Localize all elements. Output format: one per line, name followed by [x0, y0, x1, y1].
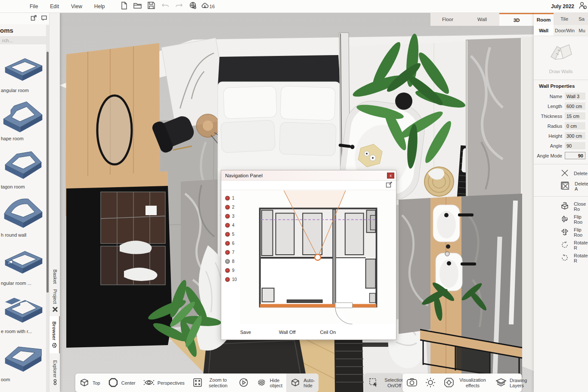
name-input[interactable]: Wall 3: [565, 93, 585, 100]
radio-icon: [225, 250, 230, 255]
brightness-button[interactable]: [421, 373, 439, 392]
field-label: Height: [534, 133, 565, 139]
tab-floor[interactable]: Floor: [430, 13, 465, 26]
angle-mode-select[interactable]: 90: [565, 152, 585, 159]
pin-icon[interactable]: [41, 15, 47, 23]
camera-position-3[interactable]: 3: [221, 212, 240, 221]
zoom-to-selection-button[interactable]: Zoom to selection: [189, 373, 235, 392]
auto-hide-button[interactable]: Auto-hide: [286, 373, 319, 392]
room-shape-icon: [0, 288, 46, 329]
zoom-selection-icon: [192, 377, 203, 389]
camera-position-4[interactable]: 4: [221, 221, 240, 230]
room-shape-last[interactable]: oom: [0, 336, 46, 385]
draw-walls-icon: [548, 42, 574, 66]
snapshot-button[interactable]: [402, 373, 421, 392]
save-button[interactable]: [146, 2, 157, 11]
flip-room-horizontal-button[interactable]: Flip Roo: [534, 226, 588, 239]
length-input[interactable]: 600 cm: [565, 102, 585, 110]
room-shape-clipped[interactable]: [0, 385, 46, 392]
delete-button[interactable]: Delete: [534, 167, 588, 180]
menu-help[interactable]: Help: [88, 3, 111, 9]
animate-view-button[interactable]: [235, 373, 253, 392]
tab-sanitary[interactable]: Sa: [575, 13, 588, 25]
flip-room-vertical-button[interactable]: Flip Roo: [534, 213, 588, 226]
perspectives-button[interactable]: Perspectives: [139, 373, 189, 392]
rotate-room-cw-button[interactable]: Rotate R: [534, 239, 588, 252]
tab-multi[interactable]: Mu: [576, 25, 588, 36]
user-button[interactable]: [579, 2, 588, 11]
rotate-room-ccw-button[interactable]: Rotate R: [534, 252, 588, 265]
field-thickness: Thickness 15 cm: [534, 111, 588, 121]
tab-wall[interactable]: Wall: [465, 13, 499, 26]
camera-position-7[interactable]: 7: [221, 248, 240, 257]
close-room-label: Close Ro: [574, 201, 588, 212]
visualization-effects-button[interactable]: Visualization effects: [439, 373, 492, 392]
rooms-panel-title: oms: [0, 27, 13, 34]
wall-off-button[interactable]: Wall Off: [279, 330, 296, 335]
tab-doorwin[interactable]: Door/Win: [554, 25, 576, 36]
scrollbar-track[interactable]: [46, 25, 49, 392]
camera-position-9[interactable]: 9: [221, 266, 240, 275]
scrollbar-thumb[interactable]: [46, 52, 49, 293]
open-button[interactable]: [132, 2, 143, 11]
sidebar-tab-project[interactable]: Project: [50, 286, 60, 307]
close-room-button[interactable]: Close Ro: [534, 200, 588, 213]
camera-position-2[interactable]: 2: [221, 203, 240, 212]
room-shape-icon: [0, 144, 46, 184]
angle-input[interactable]: 90: [565, 142, 585, 149]
thickness-input[interactable]: 15 cm: [565, 112, 585, 120]
tab-room[interactable]: Room: [534, 13, 554, 25]
round-mirror[interactable]: [97, 96, 132, 164]
menu-edit[interactable]: Edit: [44, 3, 65, 9]
drawing-layers-button[interactable]: Drawing Layers: [492, 373, 531, 392]
draw-walls-button[interactable]: Draw Walls: [534, 36, 588, 80]
sidebar-tab-basket[interactable]: Basket: [50, 265, 60, 289]
tab-wall-sub[interactable]: Wall: [534, 25, 554, 36]
room-shape-icon: [0, 192, 46, 232]
camera-position-10[interactable]: 10: [221, 275, 240, 284]
room-shape-pentagon[interactable]: tagon room: [0, 144, 46, 192]
flip-room-label: Flip Roo: [574, 227, 588, 238]
top-view-button[interactable]: Top: [75, 373, 104, 392]
room-shape-rect-variant[interactable]: ngular room ...: [0, 240, 46, 288]
wardrobe-dark[interactable]: [66, 171, 172, 348]
tab-tile[interactable]: Tile: [554, 13, 575, 25]
height-input[interactable]: 300 cm: [565, 132, 585, 139]
search-input[interactable]: [0, 36, 46, 44]
explorer-icon: [52, 380, 58, 384]
radius-input[interactable]: 0 cm: [565, 122, 585, 130]
delete-all-button[interactable]: Delete A: [534, 180, 588, 193]
camera-position-8[interactable]: 8: [221, 257, 240, 266]
room-shape-with-recess[interactable]: e room with r...: [0, 288, 46, 336]
room-shape-lshape[interactable]: hape room: [0, 96, 46, 144]
center-view-button[interactable]: Center: [104, 373, 139, 392]
popout-icon[interactable]: [31, 15, 37, 23]
sidebar-tab-explorer[interactable]: Explorer: [50, 355, 60, 389]
ceil-on-button[interactable]: Ceil On: [320, 330, 336, 335]
dialog-titlebar[interactable]: Navigation Panel x: [221, 170, 396, 181]
shower-wall[interactable]: [466, 38, 521, 205]
sidebar-tab-browser[interactable]: Browser: [50, 316, 60, 353]
field-height: Height 300 cm: [534, 131, 588, 141]
camera-position-1[interactable]: 1: [221, 194, 240, 203]
menu-file[interactable]: File: [24, 3, 44, 9]
radio-icon: [225, 259, 230, 264]
hide-object-button[interactable]: Hide object: [253, 373, 286, 392]
room-shape-rectangular[interactable]: angular room: [0, 47, 46, 96]
camera-position-5[interactable]: 5: [221, 230, 240, 239]
browser-cube-icon: [52, 343, 57, 348]
dialog-close-button[interactable]: x: [387, 173, 394, 179]
new-file-button[interactable]: [118, 2, 130, 11]
camera-position-6[interactable]: 6: [221, 239, 240, 248]
floor-plan-view[interactable]: [240, 190, 396, 324]
rattan-stool[interactable]: [424, 167, 454, 196]
online-catalog-button[interactable]: [187, 2, 198, 11]
redo-button[interactable]: [173, 2, 185, 11]
save-button[interactable]: Save: [240, 330, 251, 335]
room-shape-round-wall[interactable]: h round wall: [0, 192, 46, 240]
tab-3d[interactable]: 3D: [499, 13, 534, 26]
undo-button[interactable]: [160, 2, 171, 11]
download-button[interactable]: 16: [201, 2, 215, 11]
edit-view-icon[interactable]: [386, 181, 393, 190]
menu-view[interactable]: View: [65, 3, 88, 9]
